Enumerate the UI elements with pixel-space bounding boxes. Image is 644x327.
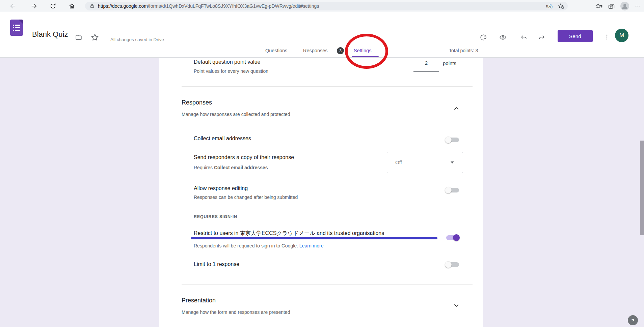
tab-bar: Questions Responses 3 Settings Total poi… bbox=[0, 44, 644, 58]
browser-profile-icon[interactable] bbox=[620, 2, 629, 10]
limit-response-label: Limit to 1 response bbox=[194, 261, 239, 267]
collapse-chevron-up-icon[interactable] bbox=[453, 105, 460, 112]
restrict-users-subtitle: Respondents will be required to sign in … bbox=[194, 243, 323, 248]
learn-more-link[interactable]: Learn more bbox=[299, 243, 324, 248]
section-divider bbox=[182, 86, 473, 87]
forms-header: Blank Quiz All changes saved in Drive Se… bbox=[0, 12, 644, 44]
tab-settings[interactable]: Settings bbox=[354, 44, 371, 57]
logo-fold bbox=[19, 20, 23, 24]
preview-eye-icon[interactable] bbox=[499, 34, 507, 41]
translate-icon[interactable]: aあ bbox=[546, 3, 553, 9]
default-points-title: Default question point value bbox=[194, 59, 260, 65]
points-unit-label: points bbox=[443, 60, 456, 66]
google-forms-logo[interactable] bbox=[10, 20, 23, 36]
collect-email-label: Collect email addresses bbox=[194, 136, 251, 142]
blue-underline-annotation bbox=[191, 237, 437, 239]
send-copy-label: Send responders a copy of their response bbox=[194, 154, 294, 160]
restrict-users-label: Restrict to users in 東京大学ECCSクラウドメール and… bbox=[194, 230, 384, 237]
undo-icon[interactable] bbox=[520, 34, 528, 41]
allow-edit-label: Allow response editing bbox=[194, 185, 248, 191]
favorites-bar-icon[interactable] bbox=[595, 3, 602, 10]
send-copy-requires-bold: Collect email addresses bbox=[214, 165, 268, 170]
total-points: Total points: 3 bbox=[449, 44, 478, 57]
limit-response-toggle[interactable] bbox=[445, 261, 460, 269]
form-title[interactable]: Blank Quiz bbox=[32, 30, 68, 39]
url-text[interactable]: https://docs.google.com/forms/d/1QwhDxVd… bbox=[98, 2, 319, 10]
send-copy-dropdown-value: Off bbox=[395, 152, 402, 173]
refresh-icon[interactable] bbox=[50, 3, 56, 9]
browser-toolbar: https://docs.google.com/forms/d/1QwhDxVd… bbox=[0, 0, 644, 12]
allow-edit-toggle[interactable] bbox=[445, 186, 460, 194]
help-button[interactable]: ? bbox=[628, 315, 638, 325]
address-bar[interactable]: https://docs.google.com/forms/d/1QwhDxVd… bbox=[85, 2, 568, 10]
browser-menu-icon[interactable] bbox=[635, 3, 641, 9]
responses-section-title: Responses bbox=[182, 99, 212, 106]
responses-section-subtitle: Manage how responses are collected and p… bbox=[182, 112, 290, 117]
default-points-input-underline bbox=[413, 71, 439, 72]
tab-responses[interactable]: Responses bbox=[303, 44, 328, 57]
tab-questions[interactable]: Questions bbox=[265, 44, 287, 57]
presentation-section-title: Presentation bbox=[182, 297, 216, 304]
section-divider bbox=[182, 284, 473, 285]
collect-email-toggle[interactable] bbox=[445, 136, 460, 144]
send-button[interactable]: Send bbox=[558, 30, 593, 42]
allow-edit-subtitle: Responses can be changed after being sub… bbox=[194, 195, 298, 200]
redo-icon[interactable] bbox=[538, 34, 545, 41]
lock-icon bbox=[90, 4, 95, 8]
restrict-users-toggle[interactable] bbox=[445, 234, 460, 242]
forward-icon[interactable] bbox=[31, 3, 37, 9]
scrollbar-thumb[interactable] bbox=[640, 141, 644, 235]
star-icon[interactable] bbox=[90, 33, 99, 42]
move-folder-icon[interactable] bbox=[75, 34, 82, 41]
expand-chevron-down-icon[interactable] bbox=[453, 302, 460, 309]
active-tab-underline bbox=[352, 56, 379, 57]
url-path: /forms/d/1QwhDxVduLFqFTwLo8SJ9XYfhfOX3aG… bbox=[148, 3, 319, 9]
send-copy-dropdown[interactable]: Off bbox=[387, 152, 463, 173]
presentation-section-subtitle: Manage how the form and responses are pr… bbox=[182, 309, 290, 315]
settings-card: Default question point value Point value… bbox=[159, 58, 483, 327]
account-avatar[interactable]: M bbox=[615, 29, 628, 42]
add-favorite-icon[interactable] bbox=[558, 3, 564, 9]
responses-count-badge: 3 bbox=[337, 47, 344, 54]
home-icon[interactable] bbox=[69, 3, 75, 9]
collections-icon[interactable] bbox=[608, 3, 615, 10]
back-icon[interactable] bbox=[9, 3, 16, 9]
send-copy-requires: Requires Collect email addresses bbox=[194, 165, 268, 170]
requires-signin-header: REQUIRES SIGN-IN bbox=[194, 214, 237, 219]
settings-page: Default question point value Point value… bbox=[0, 58, 644, 327]
dropdown-caret-icon bbox=[451, 161, 454, 164]
more-options-icon[interactable] bbox=[603, 34, 610, 40]
theme-palette-icon[interactable] bbox=[480, 34, 487, 41]
saved-status: All changes saved in Drive bbox=[110, 37, 164, 42]
url-host: https://docs.google.com bbox=[98, 3, 148, 9]
default-points-subtitle: Point values for every new question bbox=[194, 68, 268, 74]
default-points-input[interactable]: 2 bbox=[413, 60, 439, 66]
